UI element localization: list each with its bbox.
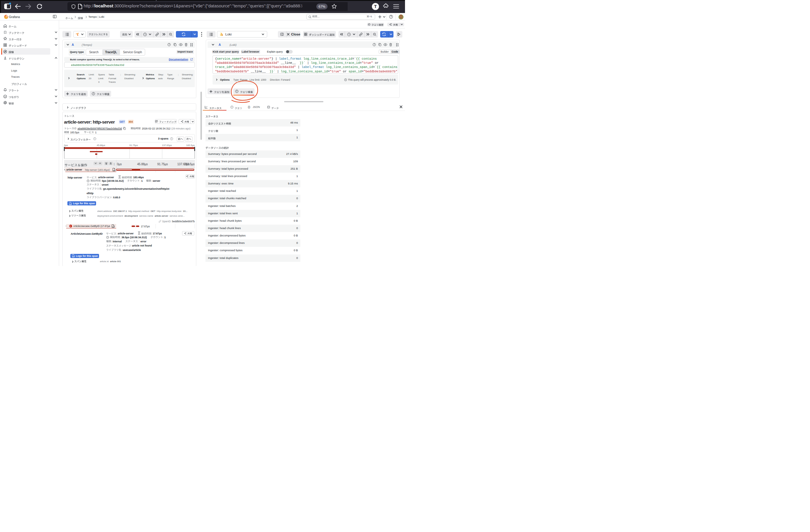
svg-text:LOG: LOG [69, 204, 72, 205]
svg-text:LOG: LOG [113, 170, 116, 171]
svg-text:LOG: LOG [72, 256, 75, 257]
svg-text:LOG: LOG [112, 226, 115, 228]
